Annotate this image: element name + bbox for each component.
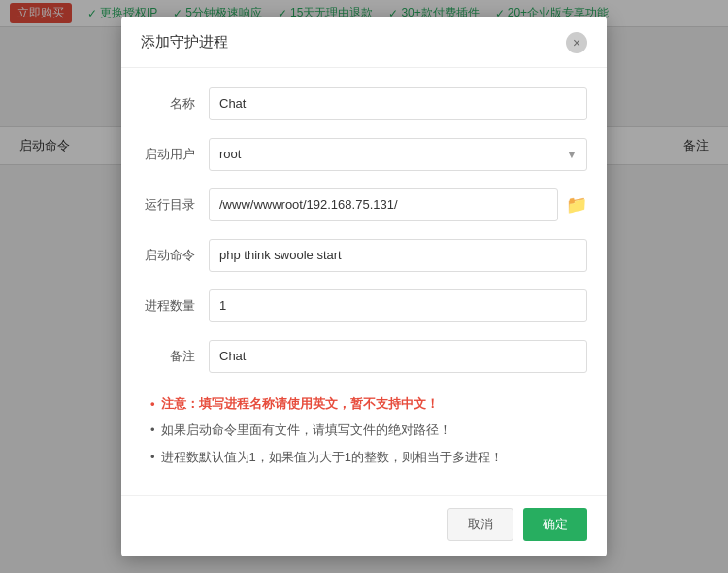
name-input[interactable]: [209, 87, 587, 120]
dialog-body: 名称 启动用户 root www nobody ▼ 运行目录: [121, 68, 607, 496]
remark-row: 备注: [141, 340, 587, 373]
process-row: 进程数量: [141, 289, 587, 322]
cmd-label: 启动命令: [141, 247, 209, 264]
note-warning-text: 注意：填写进程名称请使用英文，暂不支持中文！: [161, 394, 439, 414]
bullet-icon-2: •: [150, 448, 155, 467]
dir-row: 运行目录 📁: [141, 188, 587, 221]
cancel-button[interactable]: 取消: [447, 508, 513, 541]
notes-section: • 注意：填写进程名称请使用英文，暂不支持中文！ • 如果启动命令里面有文件，请…: [141, 390, 587, 487]
process-label: 进程数量: [141, 297, 209, 315]
note-2-text: 进程数默认值为1，如果值为大于1的整数，则相当于多进程！: [161, 448, 503, 467]
note-1: • 如果启动命令里面有文件，请填写文件的绝对路径！: [141, 421, 587, 440]
user-select[interactable]: root www nobody: [209, 138, 587, 171]
dialog-footer: 取消 确定: [121, 495, 607, 556]
note-2: • 进程数默认值为1，如果值为大于1的整数，则相当于多进程！: [141, 448, 587, 467]
note-1-text: 如果启动命令里面有文件，请填写文件的绝对路径！: [161, 421, 451, 440]
dir-label: 运行目录: [141, 196, 209, 214]
bullet-icon: •: [150, 394, 155, 414]
note-warning: • 注意：填写进程名称请使用英文，暂不支持中文！: [141, 394, 587, 414]
remark-input[interactable]: [209, 340, 587, 373]
dialog: 添加守护进程 × 名称 启动用户 root www nobody ▼: [121, 17, 607, 557]
dialog-title: 添加守护进程: [141, 33, 228, 51]
dir-input-wrap: 📁: [209, 188, 587, 221]
user-label: 启动用户: [141, 146, 209, 163]
remark-label: 备注: [141, 348, 209, 365]
user-row: 启动用户 root www nobody ▼: [141, 138, 587, 171]
modal-overlay: 添加守护进程 × 名称 启动用户 root www nobody ▼: [0, 0, 728, 573]
dir-input[interactable]: [209, 188, 558, 221]
name-label: 名称: [141, 95, 209, 113]
bullet-icon-1: •: [150, 421, 155, 440]
process-input[interactable]: [209, 289, 587, 322]
confirm-button[interactable]: 确定: [523, 508, 587, 541]
name-row: 名称: [141, 87, 587, 120]
folder-icon[interactable]: 📁: [566, 194, 587, 216]
user-select-wrap: root www nobody ▼: [209, 138, 587, 171]
dialog-header: 添加守护进程 ×: [121, 17, 607, 68]
cmd-input[interactable]: [209, 239, 587, 272]
cmd-row: 启动命令: [141, 239, 587, 272]
close-button[interactable]: ×: [566, 32, 587, 53]
